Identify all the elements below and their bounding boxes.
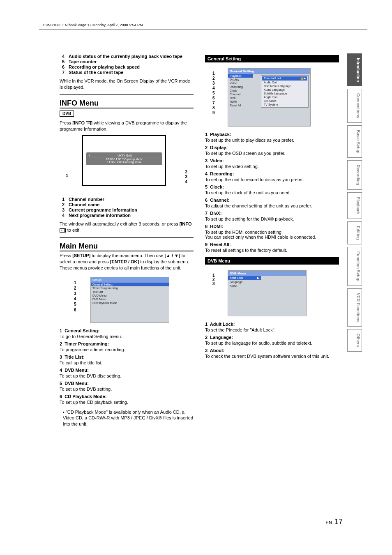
info-menu-heading: INFO Menu xyxy=(60,99,194,108)
sub-item: TV System xyxy=(262,103,307,106)
left-column: 4Audio status of the currently playing b… xyxy=(60,53,194,431)
audio-status-list: 4Audio status of the currently playing b… xyxy=(60,54,194,75)
menu-item: Timer Programming xyxy=(91,286,169,290)
sub-item: Subtitle Language xyxy=(262,92,307,95)
menu-item: Clock xyxy=(228,89,253,92)
doc-header: E9NG1BD_EN.book Page 17 Monday, April 7,… xyxy=(43,23,143,27)
menu-item: Channel xyxy=(228,92,253,96)
manual-page: E9NG1BD_EN.book Page 17 Monday, April 7,… xyxy=(0,0,392,555)
sub-item: Angle Icon xyxy=(262,95,307,99)
tab-editing: Editing xyxy=(347,221,362,244)
dvb-menu-box: DVB Menu Adult Lock▶ Language About xyxy=(228,270,307,316)
info-figure: 1 4UKTV Gold 10:00-11:00 TV gossip show … xyxy=(60,135,194,193)
menu-item: Recording xyxy=(228,85,253,89)
sub-item: Disc Menu Language xyxy=(262,84,307,88)
menu-item: Language xyxy=(228,280,261,284)
sub-item: Parental Lock🔒▶ xyxy=(262,76,307,81)
header-rule xyxy=(39,30,367,30)
general-setting-bar: General Setting xyxy=(205,55,339,62)
menu-item: DVD Menu xyxy=(91,294,169,297)
main-menu-defs: 1 General Setting: To go to General Sett… xyxy=(60,328,194,405)
tab-function-setup: Function Setup xyxy=(347,247,362,286)
gs-menu-box: General Setting Playback Display Video R… xyxy=(228,68,311,127)
menu-item: HDMI xyxy=(228,100,253,104)
menu-item: Title List xyxy=(91,290,169,294)
menu-item: Playback xyxy=(228,74,253,78)
dvb-badge: DVB xyxy=(60,111,74,117)
section-tabs: Introduction Connections Basic Setup Rec… xyxy=(347,53,362,352)
menu-item: About xyxy=(228,284,261,288)
disc-icon: ⊡ xyxy=(86,121,91,125)
tv-screen: 4UKTV Gold 10:00-11:00 TV gossip show 11… xyxy=(82,135,166,186)
main-menu-text: Press [SETUP] to display the main menu. … xyxy=(60,253,194,271)
right-column: General Setting 1 2 3 4 5 6 7 8 9 Genera… xyxy=(205,53,339,431)
dvb-menu-bar: DVB Menu xyxy=(205,257,339,265)
menu-item: General Setting xyxy=(91,283,169,286)
general-setting-figure: 1 2 3 4 5 6 7 8 9 General Setting Playba… xyxy=(205,66,339,127)
info-menu-text: Press [INFO ⊡] while viewing a DVB progr… xyxy=(60,120,194,132)
gs-callouts: 1 2 3 4 5 6 7 8 9 xyxy=(212,71,215,115)
callout-1: 1 xyxy=(66,173,68,178)
info-item-list: 1Channel number 2Channel name 3Current p… xyxy=(60,197,194,218)
dvb-callouts: 1 2 3 xyxy=(212,274,215,286)
info-exit-note: The window will automatically exit after… xyxy=(60,221,194,233)
tab-basic-setup: Basic Setup xyxy=(347,125,362,158)
tab-vcr-functions: VCR Functions xyxy=(347,288,362,327)
divider xyxy=(60,94,194,95)
sub-item: Audio Out xyxy=(262,81,307,84)
content-columns: 4Audio status of the currently playing b… xyxy=(60,53,339,431)
menu-item: CD Playback Mode xyxy=(91,301,169,305)
sub-item: Still Mode xyxy=(262,99,307,103)
gs-defs: 1 Playback: To set up the unit to play d… xyxy=(205,132,339,253)
info-banner: 4UKTV Gold 10:00-11:00 TV gossip show 11… xyxy=(86,152,162,165)
cd-playback-note: • "CD Playback Mode" is available only w… xyxy=(60,409,194,428)
info-callouts-right: 2 3 4 xyxy=(185,170,187,184)
dvb-menu-figure: 1 2 3 DVB Menu Adult Lock▶ Language Abou… xyxy=(205,268,339,317)
disc-icon: ⊡ xyxy=(60,228,65,233)
sub-item: Audio Language xyxy=(262,88,307,92)
menu-item: Adult Lock▶ xyxy=(228,276,261,280)
menu-item: DVB Menu xyxy=(91,297,169,301)
menu-item: Video xyxy=(228,81,253,85)
tab-recording: Recording xyxy=(347,160,362,189)
main-menu-heading: Main Menu xyxy=(60,242,194,251)
divider xyxy=(60,237,194,238)
lock-icon: 🔒▶ xyxy=(300,77,306,80)
dvb-defs: 1 Adult Lock: To set the Pincode for "Ad… xyxy=(205,322,339,359)
tab-playback: Playback xyxy=(347,192,362,219)
setup-menu-box: Setup General Setting Timer Programming … xyxy=(90,277,169,323)
setup-callouts: 1 2 3 4 5 6 xyxy=(74,281,76,312)
tab-connections: Connections xyxy=(347,89,362,123)
gs-sub-panel: Parental Lock🔒▶ Audio Out Disc Menu Lang… xyxy=(261,75,309,108)
setup-figure: 1 2 3 4 5 6 Setup General Setting Timer … xyxy=(60,274,194,324)
menu-item: Reset All xyxy=(228,104,253,107)
tab-introduction: Introduction xyxy=(347,53,362,86)
page-number: EN 17 xyxy=(326,518,343,526)
vcr-note: While in the VCR mode, the On Screen Dis… xyxy=(60,78,194,90)
menu-item: Display xyxy=(228,78,253,81)
tab-others: Others xyxy=(347,329,362,351)
menu-item: DivX xyxy=(228,96,253,100)
